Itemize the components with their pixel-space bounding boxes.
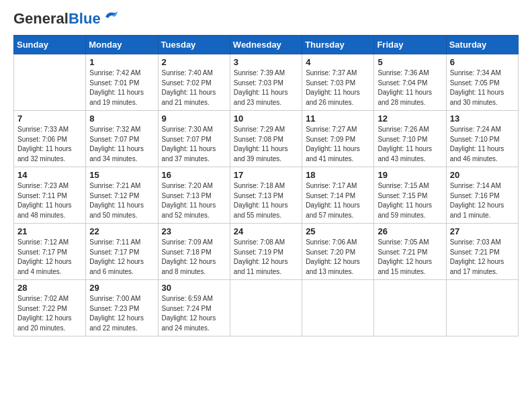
day-number: 13 (450, 113, 515, 124)
day-number: 17 (234, 170, 298, 180)
weekday-header-sunday: Sunday (14, 36, 86, 54)
day-info: Sunrise: 7:09 AM Sunset: 7:18 PM Dayligh… (162, 238, 226, 277)
day-number: 18 (306, 170, 370, 180)
weekday-header-thursday: Thursday (302, 36, 374, 54)
calendar-day-cell: 27Sunrise: 7:03 AM Sunset: 7:21 PM Dayli… (446, 224, 518, 280)
calendar-table: SundayMondayTuesdayWednesdayThursdayFrid… (13, 35, 519, 336)
day-number: 27 (450, 226, 515, 236)
calendar-day-cell: 23Sunrise: 7:09 AM Sunset: 7:18 PM Dayli… (158, 224, 230, 280)
day-number: 9 (162, 113, 226, 124)
day-info: Sunrise: 7:05 AM Sunset: 7:21 PM Dayligh… (378, 238, 442, 277)
day-number: 7 (17, 113, 82, 124)
day-number: 6 (450, 57, 515, 67)
calendar-week-row: 7Sunrise: 7:33 AM Sunset: 7:06 PM Daylig… (14, 111, 519, 167)
calendar-day-cell: 26Sunrise: 7:05 AM Sunset: 7:21 PM Dayli… (374, 224, 446, 280)
day-info: Sunrise: 6:59 AM Sunset: 7:24 PM Dayligh… (162, 294, 226, 333)
calendar-day-cell (14, 54, 86, 111)
day-info: Sunrise: 7:17 AM Sunset: 7:14 PM Dayligh… (306, 181, 370, 220)
calendar-day-cell: 8Sunrise: 7:32 AM Sunset: 7:07 PM Daylig… (86, 111, 158, 167)
calendar-day-cell (302, 280, 374, 336)
logo-text: GeneralBlue (13, 11, 101, 27)
weekday-header-saturday: Saturday (446, 36, 518, 54)
calendar-day-cell: 16Sunrise: 7:20 AM Sunset: 7:13 PM Dayli… (158, 167, 230, 224)
calendar-week-row: 28Sunrise: 7:02 AM Sunset: 7:22 PM Dayli… (14, 280, 519, 336)
calendar-day-cell: 6Sunrise: 7:34 AM Sunset: 7:05 PM Daylig… (446, 54, 518, 111)
day-info: Sunrise: 7:34 AM Sunset: 7:05 PM Dayligh… (450, 68, 515, 107)
day-number: 30 (162, 283, 226, 293)
calendar-week-row: 14Sunrise: 7:23 AM Sunset: 7:11 PM Dayli… (14, 167, 519, 224)
day-number: 16 (162, 170, 226, 180)
day-info: Sunrise: 7:32 AM Sunset: 7:07 PM Dayligh… (89, 125, 154, 164)
day-number: 29 (89, 283, 154, 293)
calendar-day-cell: 19Sunrise: 7:15 AM Sunset: 7:15 PM Dayli… (374, 167, 446, 224)
day-number: 15 (89, 170, 154, 180)
calendar-day-cell: 17Sunrise: 7:18 AM Sunset: 7:13 PM Dayli… (230, 167, 302, 224)
calendar-day-cell: 22Sunrise: 7:11 AM Sunset: 7:17 PM Dayli… (86, 224, 158, 280)
day-info: Sunrise: 7:14 AM Sunset: 7:16 PM Dayligh… (450, 181, 515, 220)
calendar-day-cell: 25Sunrise: 7:06 AM Sunset: 7:20 PM Dayli… (302, 224, 374, 280)
day-number: 22 (89, 226, 154, 236)
calendar-day-cell: 18Sunrise: 7:17 AM Sunset: 7:14 PM Dayli… (302, 167, 374, 224)
day-info: Sunrise: 7:27 AM Sunset: 7:09 PM Dayligh… (306, 125, 370, 164)
day-number: 5 (378, 57, 442, 67)
day-info: Sunrise: 7:33 AM Sunset: 7:06 PM Dayligh… (17, 125, 82, 164)
day-info: Sunrise: 7:30 AM Sunset: 7:07 PM Dayligh… (162, 125, 226, 164)
day-info: Sunrise: 7:21 AM Sunset: 7:12 PM Dayligh… (89, 181, 154, 220)
calendar-week-row: 1Sunrise: 7:42 AM Sunset: 7:01 PM Daylig… (14, 54, 519, 111)
day-info: Sunrise: 7:29 AM Sunset: 7:08 PM Dayligh… (234, 125, 298, 164)
day-info: Sunrise: 7:39 AM Sunset: 7:03 PM Dayligh… (234, 68, 298, 107)
calendar-week-row: 21Sunrise: 7:12 AM Sunset: 7:17 PM Dayli… (14, 224, 519, 280)
day-info: Sunrise: 7:00 AM Sunset: 7:23 PM Dayligh… (89, 294, 154, 333)
header: GeneralBlue (13, 11, 519, 27)
calendar-day-cell: 13Sunrise: 7:24 AM Sunset: 7:10 PM Dayli… (446, 111, 518, 167)
calendar-day-cell (230, 280, 302, 336)
calendar-day-cell: 29Sunrise: 7:00 AM Sunset: 7:23 PM Dayli… (86, 280, 158, 336)
day-number: 8 (89, 113, 154, 124)
day-info: Sunrise: 7:37 AM Sunset: 7:03 PM Dayligh… (306, 68, 370, 107)
day-number: 14 (17, 170, 82, 180)
day-info: Sunrise: 7:18 AM Sunset: 7:13 PM Dayligh… (234, 181, 298, 220)
calendar-day-cell: 24Sunrise: 7:08 AM Sunset: 7:19 PM Dayli… (230, 224, 302, 280)
day-number: 4 (306, 57, 370, 67)
calendar-day-cell: 5Sunrise: 7:36 AM Sunset: 7:04 PM Daylig… (374, 54, 446, 111)
logo: GeneralBlue (13, 11, 119, 27)
day-number: 12 (378, 113, 442, 124)
day-info: Sunrise: 7:20 AM Sunset: 7:13 PM Dayligh… (162, 181, 226, 220)
day-info: Sunrise: 7:11 AM Sunset: 7:17 PM Dayligh… (89, 238, 154, 277)
day-info: Sunrise: 7:23 AM Sunset: 7:11 PM Dayligh… (17, 181, 82, 220)
weekday-header-friday: Friday (374, 36, 446, 54)
day-info: Sunrise: 7:36 AM Sunset: 7:04 PM Dayligh… (378, 68, 442, 107)
day-info: Sunrise: 7:03 AM Sunset: 7:21 PM Dayligh… (450, 238, 515, 277)
page: GeneralBlue SundayMondayTuesdayWednesday… (0, 0, 532, 411)
day-number: 25 (306, 226, 370, 236)
day-info: Sunrise: 7:42 AM Sunset: 7:01 PM Dayligh… (89, 68, 154, 107)
calendar-day-cell: 11Sunrise: 7:27 AM Sunset: 7:09 PM Dayli… (302, 111, 374, 167)
calendar-day-cell: 2Sunrise: 7:40 AM Sunset: 7:02 PM Daylig… (158, 54, 230, 111)
logo-blue: Blue (69, 10, 101, 27)
calendar-day-cell: 14Sunrise: 7:23 AM Sunset: 7:11 PM Dayli… (14, 167, 86, 224)
day-number: 24 (234, 226, 298, 236)
day-info: Sunrise: 7:12 AM Sunset: 7:17 PM Dayligh… (17, 238, 82, 277)
calendar-day-cell: 3Sunrise: 7:39 AM Sunset: 7:03 PM Daylig… (230, 54, 302, 111)
day-info: Sunrise: 7:26 AM Sunset: 7:10 PM Dayligh… (378, 125, 442, 164)
day-number: 11 (306, 113, 370, 124)
logo-general: General (13, 10, 69, 27)
day-number: 20 (450, 170, 515, 180)
calendar-day-cell (374, 280, 446, 336)
day-number: 23 (162, 226, 226, 236)
weekday-header-tuesday: Tuesday (158, 36, 230, 54)
calendar-day-cell: 28Sunrise: 7:02 AM Sunset: 7:22 PM Dayli… (14, 280, 86, 336)
day-info: Sunrise: 7:02 AM Sunset: 7:22 PM Dayligh… (17, 294, 82, 333)
day-info: Sunrise: 7:06 AM Sunset: 7:20 PM Dayligh… (306, 238, 370, 277)
day-info: Sunrise: 7:15 AM Sunset: 7:15 PM Dayligh… (378, 181, 442, 220)
weekday-header-monday: Monday (86, 36, 158, 54)
calendar-day-cell: 12Sunrise: 7:26 AM Sunset: 7:10 PM Dayli… (374, 111, 446, 167)
day-info: Sunrise: 7:08 AM Sunset: 7:19 PM Dayligh… (234, 238, 298, 277)
calendar-day-cell: 10Sunrise: 7:29 AM Sunset: 7:08 PM Dayli… (230, 111, 302, 167)
calendar-day-cell: 20Sunrise: 7:14 AM Sunset: 7:16 PM Dayli… (446, 167, 518, 224)
calendar-day-cell: 30Sunrise: 6:59 AM Sunset: 7:24 PM Dayli… (158, 280, 230, 336)
weekday-header-wednesday: Wednesday (230, 36, 302, 54)
day-number: 2 (162, 57, 226, 67)
day-number: 21 (17, 226, 82, 236)
weekday-header-row: SundayMondayTuesdayWednesdayThursdayFrid… (14, 36, 519, 54)
